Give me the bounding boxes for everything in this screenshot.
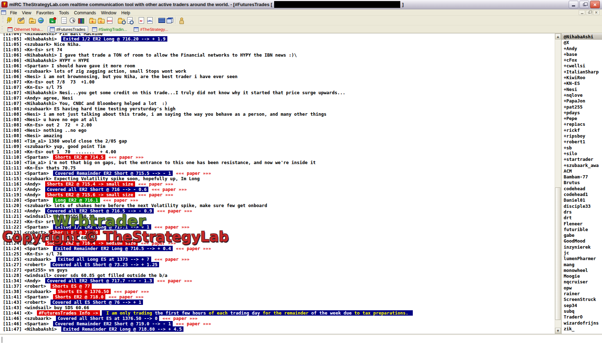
options-icon[interactable] — [16, 16, 25, 25]
dcc-icon[interactable]: DCC — [105, 16, 114, 25]
menu-bar: FileViewFavoritesToolsCommandsWindowHelp… — [0, 9, 602, 16]
close-button[interactable]: × — [590, 1, 600, 8]
tab-othernet-niha[interactable]: Othernet Niha... — [5, 26, 46, 33]
nick--nqlove[interactable]: +nqlove — [562, 92, 602, 98]
nick--silo[interactable]: +silo — [562, 151, 602, 157]
nick-mang[interactable]: mang — [562, 262, 602, 268]
trade-highlight: Covered Remainder ER2 Short @ 719.0 --> … — [53, 321, 173, 326]
nick--nihabaashi[interactable]: @NihabaAshi — [562, 34, 602, 40]
nick-codehead[interactable]: codehead — [562, 186, 602, 192]
nick-gabe[interactable]: gabe — [562, 233, 602, 238]
nick--cfox[interactable]: +cFox — [562, 57, 602, 63]
message-input[interactable] — [0, 335, 602, 364]
nick-codehead1[interactable]: codehead1 — [562, 192, 602, 197]
nick-opw[interactable]: opw — [562, 285, 602, 291]
tab-swingtradin[interactable]: #SwingTradin... — [90, 26, 130, 33]
nick-lumenpharmer[interactable]: lumenPharmer — [562, 256, 602, 262]
nick-list[interactable]: @NihabaAshi@X+Andy+base+cFox+cwellsi+Ita… — [561, 33, 602, 334]
news-icon[interactable]: N! — [137, 16, 145, 25]
paper-tag: ««« paper »»» — [114, 289, 149, 294]
nick--sb[interactable]: +sb — [562, 145, 602, 151]
nick--ripsboy[interactable]: +ripsboy — [562, 133, 602, 139]
send-folder-icon[interactable]: S — [88, 16, 97, 25]
nick--nesi[interactable]: +Nesi — [562, 87, 602, 92]
nick--pat255[interactable]: +pat255 — [562, 104, 602, 110]
nick-sep34[interactable]: sep34 — [562, 303, 602, 308]
chat-log[interactable]: [11:04] <NihabaAshi> Pin Ball Machine[11… — [0, 33, 555, 334]
nick--startrader[interactable]: +startrader — [562, 157, 602, 162]
script-editor-icon[interactable]: /a — [48, 16, 57, 25]
nick--italiansharp[interactable]: +ItalianSharp — [562, 69, 602, 75]
nick--robert1[interactable]: +robert1 — [562, 139, 602, 145]
nick-screenstruck[interactable]: ScreenStruck — [562, 297, 602, 302]
mdi-minimize-button[interactable] — [579, 10, 585, 15]
nick-tradero[interactable]: TraderO — [562, 314, 602, 320]
nick--x[interactable]: @X — [562, 40, 602, 46]
nick--papajon[interactable]: +PapaJon — [562, 98, 602, 104]
nick-jc[interactable]: jc — [562, 250, 602, 256]
nick--szubaark-awa[interactable]: +szubaark_awa — [562, 163, 602, 168]
scroll-down-button[interactable]: ▼ — [555, 328, 561, 334]
nick-rainer[interactable]: rainer — [562, 291, 602, 297]
nick--cwellsi[interactable]: +cwellsi — [562, 63, 602, 69]
connect-icon[interactable] — [5, 16, 14, 25]
nick-nqcruiser[interactable]: nqcruiser — [562, 279, 602, 285]
nick-inzynierek[interactable]: inzynierek — [562, 244, 602, 250]
nick--andy[interactable]: +Andy — [562, 46, 602, 52]
nick-subq[interactable]: subq — [562, 308, 602, 314]
tab-futurestrades[interactable]: #FuturesTrades — [48, 26, 88, 33]
nick-monowheel[interactable]: monowheel — [562, 268, 602, 273]
menu-file[interactable]: File — [8, 10, 19, 16]
away-icon[interactable] — [177, 16, 186, 25]
nick-futurible[interactable]: futurible — [562, 227, 602, 233]
address-book-icon[interactable] — [77, 16, 85, 25]
nick--kn-es[interactable]: +KN-ES — [562, 81, 602, 86]
channel-folders-icon[interactable]: #+ — [28, 16, 37, 25]
toolbar-grip[interactable] — [2, 17, 4, 24]
notepad-icon[interactable] — [59, 16, 68, 25]
nick-disciple33[interactable]: disciple33 — [562, 203, 602, 209]
nick-brutus[interactable]: Brutus — [562, 180, 602, 186]
nick--pepe[interactable]: +Pepe — [562, 116, 602, 121]
nick--pdays[interactable]: +pdays — [562, 110, 602, 116]
nick-moogie[interactable]: Moogie — [562, 273, 602, 279]
find-text-icon[interactable] — [125, 16, 134, 25]
tile-windows-icon[interactable] — [166, 16, 174, 25]
chat-folder-icon[interactable]: C — [97, 16, 105, 25]
nick-acm[interactable]: ACM — [562, 168, 602, 174]
nick--rickf[interactable]: +rickf — [562, 128, 602, 133]
minimize-button[interactable] — [569, 1, 578, 8]
menu-view[interactable]: View — [19, 10, 34, 16]
nick-bambam-77[interactable]: Bambam-77 — [562, 174, 602, 180]
menu-help[interactable]: Help — [119, 10, 133, 16]
nick-zik-[interactable]: zik_ — [562, 326, 602, 332]
switchbar-grip[interactable] — [1, 27, 3, 32]
timer-icon[interactable] — [68, 16, 77, 25]
chat-scrollbar[interactable]: ▲ ▼ — [555, 33, 561, 334]
nick-goodmood[interactable]: GoodMood — [562, 238, 602, 244]
cascade-windows-icon[interactable] — [157, 16, 166, 25]
scrollbar-thumb[interactable] — [555, 187, 561, 320]
menu-commands[interactable]: Commands — [72, 10, 99, 16]
nick-drt[interactable]: drt — [562, 215, 602, 221]
nick-wizardofrijns[interactable]: wizardofrijns — [562, 320, 602, 326]
message-text: srt 74 — [46, 47, 62, 52]
nick--base[interactable]: +base — [562, 52, 602, 57]
globe-icon[interactable] — [37, 16, 45, 25]
menu-tools[interactable]: Tools — [57, 10, 72, 16]
mdi-close-button[interactable]: × — [593, 10, 599, 15]
restore-button[interactable] — [579, 1, 589, 8]
scroll-up-button[interactable]: ▲ — [555, 34, 561, 39]
folder-search-icon[interactable] — [117, 16, 125, 25]
nick-fleneer[interactable]: Fleneer — [562, 221, 602, 227]
tab-thestrategy[interactable]: #TheStrategy... — [132, 26, 171, 33]
nick-daniel01[interactable]: Daniel01 — [562, 197, 602, 203]
trade-highlight: Shorts ER2 @ 718.0 — [53, 294, 105, 300]
menu-window[interactable]: Window — [99, 10, 119, 16]
nick--kiwiroo[interactable]: +KiwiRoo — [562, 75, 602, 81]
nick-drs[interactable]: drs — [562, 209, 602, 215]
menu-favorites[interactable]: Favorites — [34, 10, 56, 16]
nick--rep1acs[interactable]: +rep1acs — [562, 121, 602, 127]
url-list-icon[interactable]: URL — [145, 16, 154, 25]
mdi-restore-button[interactable] — [586, 10, 592, 15]
